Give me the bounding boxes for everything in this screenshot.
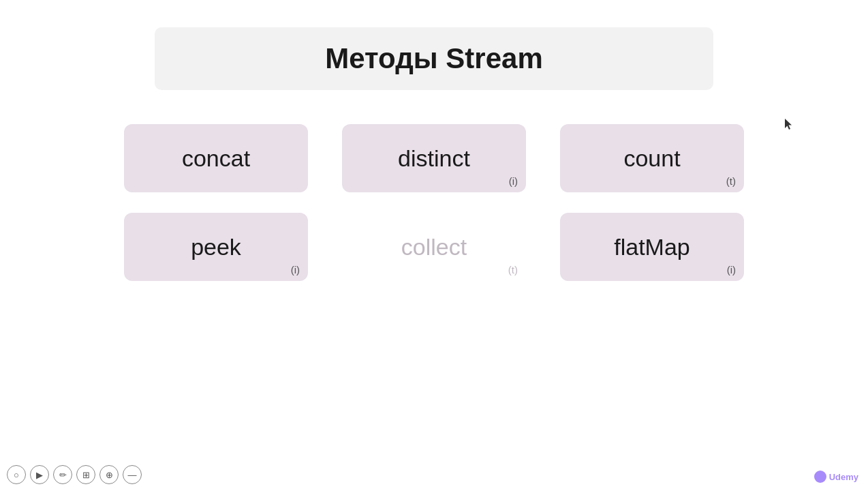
udemy-icon bbox=[814, 471, 826, 483]
toolbar-btn-circle[interactable]: ○ bbox=[7, 465, 26, 484]
method-label-distinct: distinct bbox=[398, 145, 470, 172]
badge-count: (t) bbox=[726, 175, 736, 187]
card-peek[interactable]: peek (i) bbox=[124, 213, 308, 281]
method-label-flatmap: flatMap bbox=[614, 234, 690, 261]
card-concat[interactable]: concat bbox=[124, 124, 308, 192]
badge-distinct: (i) bbox=[509, 175, 518, 187]
bottom-toolbar: ○ ▶ ✏ ⊞ ⊕ — bbox=[7, 465, 142, 484]
badge-collect: (t) bbox=[508, 264, 518, 276]
title-box: Методы Stream bbox=[155, 27, 713, 90]
method-label-collect: collect bbox=[401, 234, 467, 261]
method-label-concat: concat bbox=[182, 145, 250, 172]
card-count[interactable]: count (t) bbox=[560, 124, 744, 192]
toolbar-btn-grid[interactable]: ⊞ bbox=[76, 465, 95, 484]
method-grid: concat distinct (i) count (t) peek (i) c… bbox=[124, 124, 744, 281]
toolbar-btn-zoom-out[interactable]: — bbox=[123, 465, 142, 484]
toolbar-btn-zoom-in[interactable]: ⊕ bbox=[99, 465, 119, 484]
card-flatmap[interactable]: flatMap (i) bbox=[560, 213, 744, 281]
udemy-logo: Udemy bbox=[814, 471, 858, 483]
toolbar-btn-play[interactable]: ▶ bbox=[30, 465, 49, 484]
card-distinct[interactable]: distinct (i) bbox=[342, 124, 526, 192]
main-container: Методы Stream concat distinct (i) count … bbox=[0, 0, 868, 491]
badge-flatmap: (i) bbox=[727, 264, 736, 276]
toolbar-btn-pen[interactable]: ✏ bbox=[53, 465, 72, 484]
udemy-label: Udemy bbox=[829, 472, 858, 482]
badge-peek: (i) bbox=[291, 264, 300, 276]
card-collect: collect (t) bbox=[342, 213, 526, 281]
method-label-peek: peek bbox=[191, 234, 241, 261]
method-label-count: count bbox=[623, 145, 680, 172]
page-title: Методы Stream bbox=[325, 42, 543, 74]
